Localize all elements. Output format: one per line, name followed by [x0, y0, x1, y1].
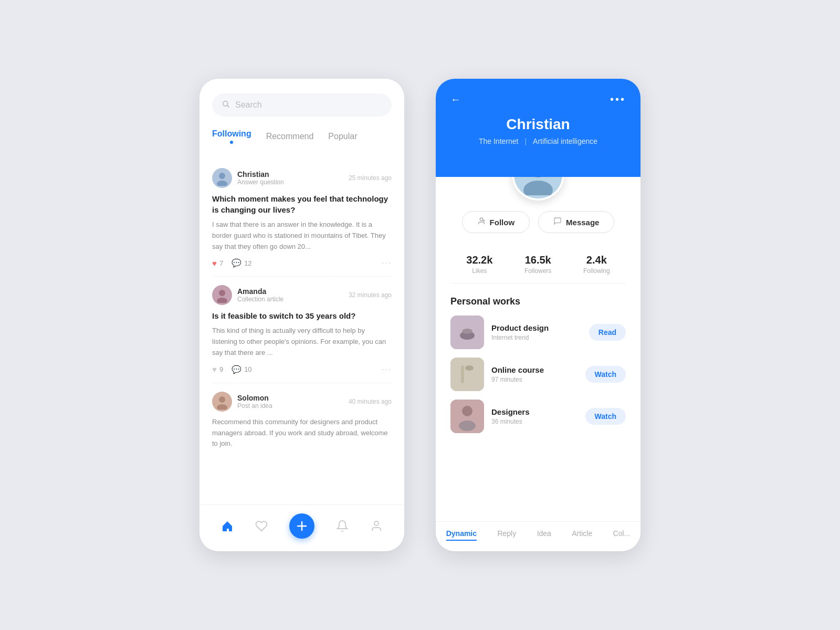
phone-left: Search Following Recommend Popular — [200, 79, 404, 551]
work-subtitle-course: 97 minutes — [491, 376, 578, 383]
post-card-christian: Christian Answer question 25 minutes ago… — [212, 160, 392, 277]
heart-icon-amanda: ♥ — [212, 365, 217, 374]
tab-popular[interactable]: Popular — [328, 132, 357, 144]
svg-line-1 — [227, 106, 229, 108]
nav-home[interactable] — [221, 520, 234, 532]
svg-point-10 — [374, 521, 379, 526]
message-button[interactable]: Message — [538, 211, 614, 233]
stat-likes: 32.2k Likes — [466, 254, 492, 275]
tag-divider: | — [524, 137, 527, 145]
personal-works-title: Personal works — [450, 296, 626, 307]
phone-right: ← ••• Christian The Internet | Artificia… — [436, 79, 640, 551]
post-excerpt-amanda: This kind of thing is actually very diff… — [212, 326, 392, 358]
post-excerpt-christian: I saw that there is an answer in the kno… — [212, 219, 392, 252]
work-btn-course[interactable]: Watch — [585, 366, 626, 383]
svg-point-6 — [219, 396, 225, 403]
nav-notification[interactable] — [336, 520, 349, 532]
search-placeholder: Search — [235, 100, 262, 110]
avatar-christian — [212, 168, 232, 188]
post-actions-christian: ♥ 7 💬 12 ··· — [212, 258, 392, 268]
comments-amanda[interactable]: 💬 10 — [232, 365, 251, 374]
author-name-solomon: Solomon — [237, 394, 272, 402]
svg-point-4 — [219, 290, 225, 296]
post-title-christian: Which moment makes you feel that technol… — [212, 193, 392, 215]
tabs-row: Following Recommend Popular — [212, 129, 392, 147]
tag-ai: Artificial intelligence — [533, 137, 597, 145]
tab-following[interactable]: Following — [212, 129, 251, 147]
avatar-solomon — [212, 392, 232, 412]
work-btn-designers[interactable]: Watch — [585, 408, 626, 425]
profile-header: ← ••• Christian The Internet | Artificia… — [436, 79, 640, 177]
post-excerpt-solomon: Recommend this community for designers a… — [212, 417, 392, 449]
likes-christian[interactable]: ♥ 7 — [212, 259, 223, 268]
work-item-online-course: Online course 97 minutes Watch — [450, 358, 626, 391]
app-container: Search Following Recommend Popular — [200, 47, 640, 583]
stats-row: 32.2k Likes 16.5k Followers 2.4k Followi… — [450, 246, 626, 284]
tag-internet: The Internet — [479, 137, 519, 145]
comment-icon-christian: 💬 — [232, 258, 242, 268]
post-time-christian: 25 minutes ago — [349, 174, 392, 182]
stat-followers: 16.5k Followers — [524, 254, 551, 275]
work-item-product-design: Product design Internet trend Read — [450, 316, 626, 349]
avatar-amanda — [212, 285, 232, 305]
post-title-amanda: Is it feasible to switch to 35 years old… — [212, 310, 392, 321]
more-options-christian[interactable]: ··· — [382, 258, 392, 268]
more-options-amanda[interactable]: ··· — [382, 365, 392, 374]
author-action-amanda: Collection article — [237, 296, 284, 303]
svg-point-24 — [462, 406, 472, 416]
svg-point-19 — [462, 329, 472, 334]
comment-icon-amanda: 💬 — [232, 365, 242, 374]
more-options-profile[interactable]: ••• — [610, 93, 626, 106]
search-bar[interactable]: Search — [212, 93, 392, 117]
work-thumb-product — [450, 316, 484, 349]
work-title-course: Online course — [491, 365, 578, 374]
work-subtitle-designers: 36 minutes — [491, 418, 578, 425]
svg-point-0 — [223, 101, 228, 106]
btab-idea[interactable]: Idea — [537, 529, 551, 541]
btab-reply[interactable]: Reply — [497, 529, 516, 541]
post-card-solomon: Solomon Post an idea 40 minutes ago Reco… — [212, 383, 392, 464]
btab-col[interactable]: Col... — [613, 529, 631, 541]
svg-point-7 — [217, 404, 227, 410]
work-title-designers: Designers — [491, 407, 578, 416]
btab-article[interactable]: Article — [572, 529, 592, 541]
post-time-solomon: 40 minutes ago — [349, 398, 392, 405]
svg-rect-20 — [450, 358, 484, 391]
comments-christian[interactable]: 💬 12 — [232, 258, 251, 268]
work-title-product: Product design — [491, 323, 582, 332]
profile-body: Follow Message 32.2k Likes — [436, 177, 640, 521]
profile-buttons: Follow Message — [450, 211, 626, 233]
bottom-nav — [200, 505, 404, 551]
svg-rect-21 — [461, 365, 464, 383]
profile-name: Christian — [450, 116, 626, 133]
svg-point-2 — [219, 173, 225, 179]
svg-point-22 — [465, 365, 474, 371]
post-time-amanda: 32 minutes ago — [349, 291, 392, 299]
post-actions-amanda: ♥ 9 💬 10 ··· — [212, 365, 392, 374]
author-name-amanda: Amanda — [237, 287, 284, 296]
work-thumb-course — [450, 358, 484, 391]
nav-profile[interactable] — [370, 520, 383, 532]
tab-recommend[interactable]: Recommend — [266, 132, 314, 144]
work-thumb-designers — [450, 400, 484, 433]
follow-icon — [477, 217, 486, 227]
svg-point-14 — [480, 218, 482, 220]
work-subtitle-product: Internet trend — [491, 334, 582, 341]
author-name-christian: Christian — [237, 170, 284, 178]
svg-point-3 — [217, 181, 227, 186]
author-action-solomon: Post an idea — [237, 402, 272, 410]
nav-like[interactable] — [255, 520, 268, 532]
btab-dynamic[interactable]: Dynamic — [446, 529, 477, 541]
profile-tags: The Internet | Artificial intelligence — [450, 137, 626, 145]
back-button[interactable]: ← — [450, 93, 461, 106]
work-item-designers: Designers 36 minutes Watch — [450, 400, 626, 433]
post-card-amanda: Amanda Collection article 32 minutes ago… — [212, 277, 392, 383]
stat-following: 2.4k Following — [583, 254, 610, 275]
bottom-tabs-right: Dynamic Reply Idea Article Col... — [436, 521, 640, 551]
svg-point-25 — [459, 421, 476, 431]
work-btn-product[interactable]: Read — [589, 324, 626, 341]
follow-button[interactable]: Follow — [462, 211, 530, 233]
likes-amanda[interactable]: ♥ 9 — [212, 365, 223, 374]
nav-add-button[interactable] — [289, 513, 314, 539]
message-icon — [553, 217, 562, 227]
